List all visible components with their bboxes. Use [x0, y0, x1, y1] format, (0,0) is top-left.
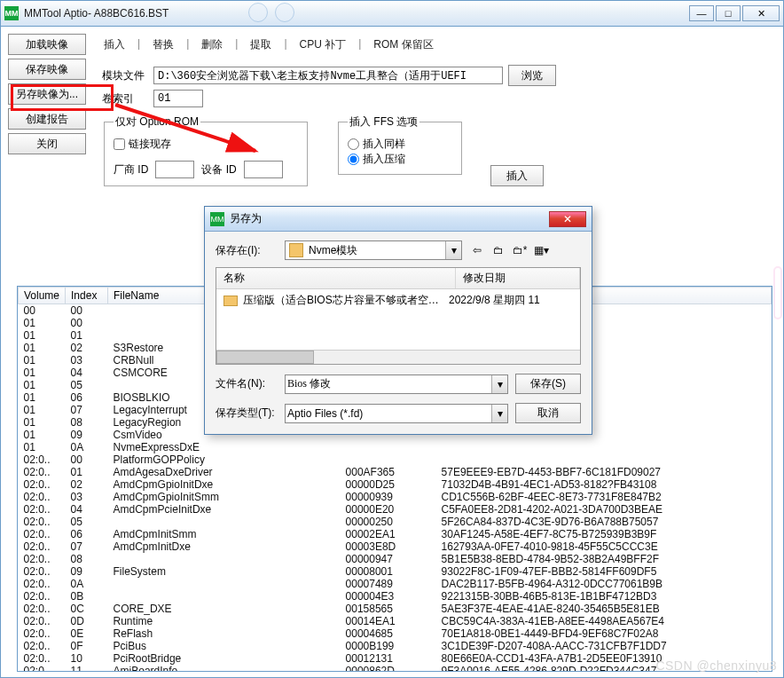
ffs-options-group: 插入 FFS 选项 插入同样 插入压缩	[338, 114, 462, 175]
tab-cpu-patch[interactable]: CPU 补丁	[300, 37, 347, 52]
filelist-col-name[interactable]: 名称	[216, 268, 456, 288]
table-row[interactable]: 02:0..0EReFlash0000468570E1A818-0BE1-444…	[19, 627, 772, 640]
table-row[interactable]: 02:0..03AmdCpmGpioInitSmm00000939CD1C556…	[19, 491, 772, 503]
module-file-label: 模块文件	[102, 68, 148, 83]
dialog-title: 另存为	[230, 211, 549, 226]
chevron-down-icon[interactable]: ▾	[491, 405, 507, 422]
table-row[interactable]: 02:0..0CCORE_DXE001585655AE3F37E-4EAE-41…	[19, 603, 772, 615]
save-in-value: Nvme模块	[307, 243, 445, 258]
ffs-legend: 插入 FFS 选项	[348, 114, 419, 130]
save-in-label: 保存在(I):	[216, 243, 278, 258]
table-row[interactable]: 02:0..00PlatformGOPPolicy	[19, 453, 772, 466]
ffs-same-label: 插入同样	[363, 137, 405, 152]
dialog-icon: MM	[210, 212, 224, 226]
save-as-dialog: MM 另存为 ✕ 保存在(I): Nvme模块 ▾ ⇦ 🗀 🗀* ▦▾ 名称 修…	[204, 206, 592, 435]
option-rom-group: 仅对 Option ROM 链接现存 厂商 ID 设备 ID	[104, 114, 308, 186]
file-list: 名称 修改日期 压缩版（适合BIOS芯片容量不够或者空间不足时... 2022/…	[216, 267, 581, 365]
watermark: CSDN @chenxinyu8	[655, 658, 777, 673]
nav-newfolder-icon[interactable]: 🗀*	[512, 244, 528, 256]
table-row[interactable]: 02:0..01AmdAgesaDxeDriver000AF36557E9EEE…	[19, 466, 772, 478]
file-item-name: 压缩版（适合BIOS芯片容量不够或者空间不足时...	[243, 293, 449, 308]
close-app-button[interactable]: 关闭	[8, 133, 86, 154]
filetype-combo[interactable]: Aptio Files (*.fd) ▾	[285, 404, 508, 423]
tab-rom-reserve[interactable]: ROM 保留区	[373, 37, 433, 52]
filename-value: Bios 修改	[286, 376, 491, 391]
dialog-close-button[interactable]: ✕	[549, 211, 586, 227]
table-row[interactable]: 02:0..09FileSystem0000800193022F8C-1F09-…	[19, 565, 772, 578]
insert-button[interactable]: 插入	[490, 165, 544, 186]
filetype-value: Aptio Files (*.fd)	[286, 407, 491, 420]
ffs-same-radio[interactable]	[348, 138, 359, 150]
filename-label: 文件名(N):	[216, 376, 278, 391]
table-row[interactable]: 02:0..07AmdCpmInitDxe00003E8D162793AA-0F…	[19, 540, 772, 553]
table-row[interactable]: 02:0..0B000004E39221315B-30BB-46B5-813E-…	[19, 590, 772, 603]
filelist-hscrollbar[interactable]	[216, 350, 580, 364]
window-titlebar: MM MMTool Aptio- A88BC616.BST — □ ✕	[0, 0, 784, 27]
table-row[interactable]: 02:0..0DRuntime00014EA1CBC59C4A-383A-41E…	[19, 615, 772, 627]
tab-insert[interactable]: 插入	[104, 37, 125, 52]
table-row[interactable]: 02:0..0A00007489DAC2B117-B5FB-4964-A312-…	[19, 578, 772, 590]
filename-input[interactable]: Bios 修改 ▾	[285, 374, 508, 394]
device-id-label: 设备 ID	[201, 162, 236, 177]
table-row[interactable]: 02:0..04AmdCpmPcieInitDxe00000E20C5FA0EE…	[19, 503, 772, 516]
col-index[interactable]: Index	[66, 288, 108, 304]
chevron-down-icon[interactable]: ▾	[445, 241, 461, 259]
tab-replace[interactable]: 替换	[153, 37, 174, 52]
create-report-button[interactable]: 创建报告	[8, 108, 86, 130]
ffs-compress-label: 插入压缩	[363, 152, 405, 167]
filetype-label: 保存类型(T):	[216, 406, 278, 421]
tab-extract[interactable]: 提取	[250, 37, 271, 52]
option-rom-legend: 仅对 Option ROM	[114, 114, 200, 130]
tab-bar: 插入| 替换| 删除| 提取| CPU 补丁| ROM 保留区	[102, 34, 776, 61]
col-volume[interactable]: Volume	[19, 288, 66, 304]
table-row[interactable]: 02:0..08000009475B1E5B38-8EBD-4784-9B52-…	[19, 553, 772, 565]
folder-icon	[223, 296, 238, 306]
chevron-down-icon[interactable]: ▾	[491, 375, 507, 393]
table-row[interactable]: 02:0..0FPciBus0000B1993C1DE39F-D207-408A…	[19, 640, 772, 652]
table-row[interactable]: 02:0..02AmdCpmGpioInitDxe00000D2571032D4…	[19, 478, 772, 491]
dialog-cancel-button[interactable]: 取消	[515, 403, 581, 423]
device-id-input[interactable]	[244, 161, 283, 178]
link-existing-label: 链接现存	[129, 137, 171, 152]
browse-button[interactable]: 浏览	[508, 65, 556, 86]
close-button[interactable]: ✕	[742, 5, 780, 21]
vendor-id-input[interactable]	[155, 161, 194, 178]
minimize-button[interactable]: —	[689, 5, 714, 21]
module-file-input[interactable]	[153, 67, 503, 84]
ffs-compress-radio[interactable]	[348, 154, 359, 165]
table-row[interactable]: 010ANvmeExpressDxE	[19, 441, 772, 453]
nav-back-icon[interactable]: ⇦	[469, 244, 485, 256]
table-row[interactable]: 02:0..06AmdCpmInitSmm00002EA130AF1245-A5…	[19, 528, 772, 540]
filelist-col-date[interactable]: 修改日期	[456, 268, 580, 288]
load-image-button[interactable]: 加载映像	[8, 34, 86, 55]
decorative-ghost	[773, 266, 782, 319]
background-app-icons	[248, 3, 294, 22]
folder-icon	[289, 243, 303, 257]
link-existing-checkbox[interactable]	[114, 138, 125, 150]
file-item-date: 2022/9/8 星期四 11	[449, 293, 573, 308]
save-in-combo[interactable]: Nvme模块 ▾	[285, 240, 462, 260]
volume-index-input[interactable]	[153, 90, 203, 107]
vendor-id-label: 厂商 ID	[114, 162, 148, 177]
nav-up-icon[interactable]: 🗀	[490, 244, 506, 256]
table-row[interactable]: 02:0..05000002505F26CA84-837D-4C3E-9D76-…	[19, 516, 772, 528]
dialog-save-button[interactable]: 保存(S)	[515, 374, 581, 394]
window-title: MMTool Aptio- A88BC616.BST	[24, 7, 689, 20]
maximize-button[interactable]: □	[716, 5, 741, 21]
save-image-button[interactable]: 保存映像	[8, 59, 86, 80]
highlight-save-as	[11, 84, 114, 111]
file-list-item[interactable]: 压缩版（适合BIOS芯片容量不够或者空间不足时... 2022/9/8 星期四 …	[216, 289, 580, 311]
nav-view-icon[interactable]: ▦▾	[533, 244, 549, 256]
tab-delete[interactable]: 删除	[201, 37, 223, 52]
app-icon: MM	[4, 6, 19, 20]
